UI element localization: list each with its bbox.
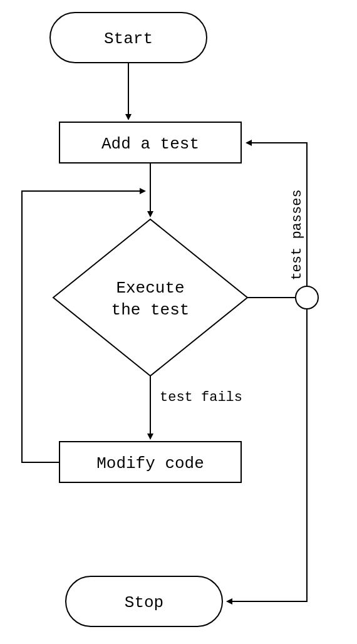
junction-circle [296, 286, 318, 309]
execute-label-2: the test [111, 301, 190, 319]
fail-label: test fails [160, 390, 242, 405]
modify-label: Modify code [96, 454, 204, 473]
execute-label-1: Execute [116, 279, 184, 298]
add-test-label: Add a test [101, 135, 199, 153]
execute-node [53, 219, 247, 376]
pass-label: test passes [289, 189, 305, 280]
start-label: Start [104, 29, 153, 48]
flowchart: Start Add a test Execute the test test f… [0, 0, 357, 644]
stop-label: Stop [125, 593, 163, 612]
